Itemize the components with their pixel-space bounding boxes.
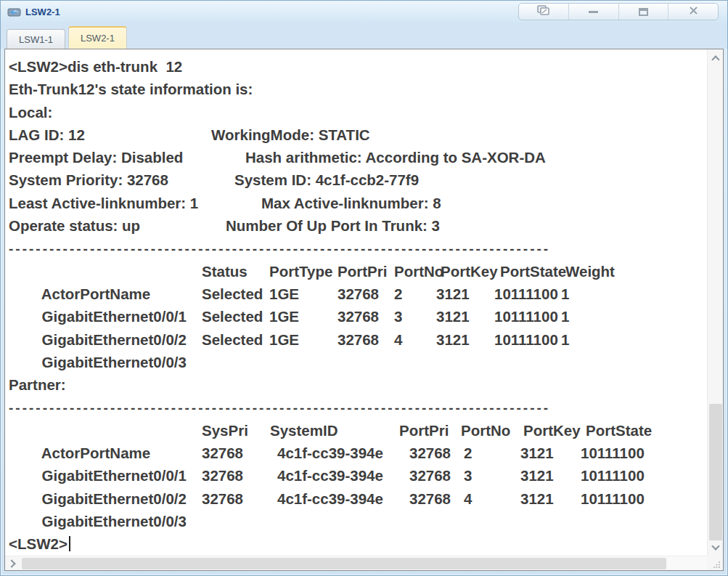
- terminal-line: Local:: [5, 101, 707, 123]
- grip-dots-icon: [713, 561, 721, 568]
- close-button[interactable]: [668, 4, 718, 20]
- window-title: LSW2-1: [25, 7, 60, 17]
- tab-label: LSW1-1: [19, 34, 53, 45]
- window-controls: [518, 3, 719, 20]
- terminal-output: <LSW2>dis eth-trunk 12 Eth-Trunk12's sta…: [5, 49, 707, 556]
- text-cursor: [69, 536, 70, 551]
- horizontal-scrollbar-thumb[interactable]: [22, 558, 666, 569]
- popout-window-button[interactable]: [519, 4, 569, 20]
- terminal-window: LSW2-1: [0, 0, 728, 576]
- chevron-up-icon: [711, 55, 719, 63]
- partner-table-header: ActorPortName SysPri SystemID PortPri Po…: [5, 419, 707, 442]
- minimize-button[interactable]: [569, 4, 619, 20]
- terminal-line: Least Active-linknumber: 1Max Active-lin…: [5, 192, 707, 214]
- maximize-icon: [639, 8, 648, 16]
- scroll-up-button[interactable]: [708, 51, 724, 65]
- horizontal-scrollbar[interactable]: [5, 556, 707, 570]
- chevron-down-icon: [711, 542, 719, 550]
- minimize-icon: [589, 11, 598, 13]
- terminal-line: Operate status: upNumber Of Up Port In T…: [5, 214, 707, 237]
- terminal-line: Partner:: [5, 373, 707, 396]
- tab-lsw2-1[interactable]: LSW2-1: [68, 26, 127, 49]
- vertical-scrollbar[interactable]: [707, 49, 723, 556]
- blank-line: [5, 351, 707, 373]
- separator-line: ----------------------------------------…: [5, 237, 707, 259]
- terminal-line: Preempt Delay: DisabledHash arithmetic: …: [5, 146, 707, 169]
- tab-lsw1-1[interactable]: LSW1-1: [7, 29, 65, 49]
- local-table-header: ActorPortName Status PortType PortPri Po…: [5, 260, 707, 283]
- terminal-line: System Priority: 32768System ID: 4c1f-cc…: [5, 169, 707, 191]
- titlebar[interactable]: LSW2-1: [1, 1, 727, 23]
- chevron-right-icon: [7, 559, 15, 567]
- terminal-area[interactable]: <LSW2>dis eth-trunk 12 Eth-Trunk12's sta…: [4, 49, 724, 571]
- tab-bar: LSW1-1 LSW2-1: [1, 23, 727, 49]
- terminal-line-command: <LSW2>dis eth-trunk 12: [5, 55, 707, 78]
- vertical-scrollbar-thumb[interactable]: [709, 404, 722, 542]
- blank-line: [5, 510, 707, 532]
- local-table-row: GigabitEthernet0/0/1 Selected 1GE 32768 …: [5, 283, 707, 305]
- cascade-windows-icon: [537, 5, 549, 18]
- maximize-button[interactable]: [619, 4, 669, 20]
- app-icon: [7, 6, 22, 17]
- tab-label: LSW2-1: [81, 33, 115, 44]
- partner-table-row: GigabitEthernet0/0/1 32768 4c1f-cc39-394…: [5, 442, 707, 464]
- scroll-right-button[interactable]: [5, 556, 21, 571]
- partner-table-row: GigabitEthernet0/0/2 32768 4c1f-cc39-394…: [5, 464, 707, 487]
- terminal-line: Eth-Trunk12's state information is:: [5, 78, 707, 100]
- separator-line: ----------------------------------------…: [5, 396, 707, 418]
- local-table-row: GigabitEthernet0/0/2 Selected 1GE 32768 …: [5, 305, 707, 328]
- partner-table-row: GigabitEthernet0/0/3 32768 4c1f-cc39-394…: [5, 487, 707, 510]
- prompt-line: <LSW2>: [5, 532, 707, 555]
- scroll-down-button[interactable]: [708, 540, 724, 554]
- resize-grip[interactable]: [707, 556, 723, 570]
- close-icon: [689, 5, 698, 18]
- local-table-row: GigabitEthernet0/0/3 Selected 1GE 32768 …: [5, 328, 707, 351]
- terminal-line: LAG ID: 12WorkingMode: STATIC: [5, 123, 707, 146]
